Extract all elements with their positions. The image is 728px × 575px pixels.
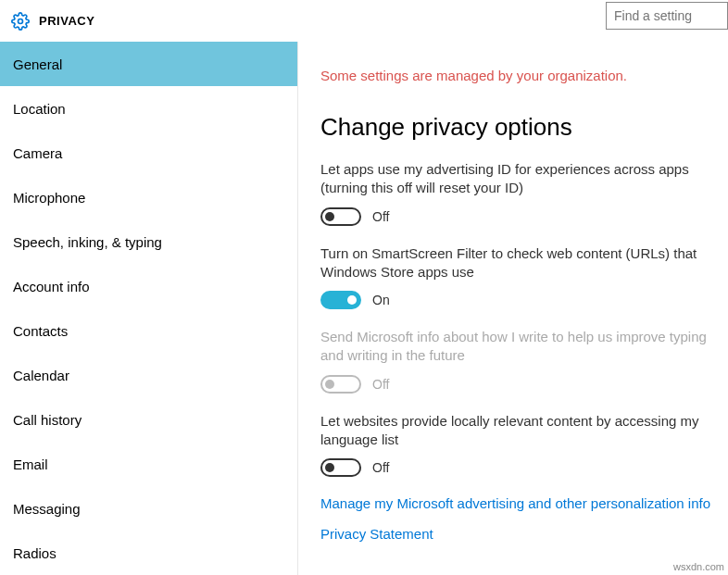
setting: Let websites provide locally relevant co… [320,412,715,478]
sidebar-item-label: Call history [13,412,82,428]
header: PRIVACY [0,0,728,42]
gear-icon [11,12,30,31]
org-notice: Some settings are managed by your organi… [320,68,715,83]
toggle-state: Off [372,460,389,475]
sidebar-item-radios[interactable]: Radios [0,531,297,575]
sidebar-item-calendar[interactable]: Calendar [0,353,297,397]
toggle-row: Off [320,458,715,477]
sidebar-item-account-info[interactable]: Account info [0,264,297,308]
toggle-row: Off [320,375,715,394]
sidebar-item-label: Email [13,456,48,472]
sidebar-item-label: Account info [13,279,90,294]
sidebar: GeneralLocationCameraMicrophoneSpeech, i… [0,42,298,575]
sidebar-item-label: Location [13,101,66,117]
sidebar-item-camera[interactable]: Camera [0,131,297,175]
content: Some settings are managed by your organi… [298,42,728,575]
section-heading: Change privacy options [320,113,715,142]
sidebar-item-label: Messaging [13,501,81,517]
setting: Let apps use my advertising ID for exper… [320,160,715,226]
sidebar-item-location[interactable]: Location [0,86,297,131]
search-input[interactable] [606,2,728,30]
sidebar-item-general[interactable]: General [0,42,297,86]
setting-label: Let websites provide locally relevant co… [320,412,715,450]
toggle-switch [320,375,361,394]
link[interactable]: Manage my Microsoft advertising and othe… [320,495,715,511]
link[interactable]: Privacy Statement [320,526,715,542]
toggle-knob [325,380,334,389]
toggle-knob [325,463,334,472]
sidebar-item-messaging[interactable]: Messaging [0,486,297,531]
toggle-knob [347,295,357,305]
sidebar-item-email[interactable]: Email [0,442,297,486]
sidebar-item-label: Speech, inking, & typing [13,234,162,250]
sidebar-item-label: Contacts [13,323,68,339]
sidebar-item-label: Camera [13,145,62,161]
toggle-row: On [320,291,715,309]
toggle-state: Off [372,377,389,392]
toggle-state: Off [372,209,389,224]
sidebar-item-speech-inking-typing[interactable]: Speech, inking, & typing [0,219,297,264]
toggle-switch[interactable] [320,458,361,477]
sidebar-item-label: Microphone [13,190,85,206]
svg-point-0 [19,19,23,23]
sidebar-item-label: Radios [13,545,56,561]
setting-label: Let apps use my advertising ID for exper… [320,160,715,198]
sidebar-item-microphone[interactable]: Microphone [0,175,297,219]
sidebar-item-label: General [13,56,62,72]
toggle-row: Off [320,207,715,226]
sidebar-item-contacts[interactable]: Contacts [0,308,297,353]
toggle-switch[interactable] [320,207,361,226]
setting: Turn on SmartScreen Filter to check web … [320,244,715,310]
sidebar-item-call-history[interactable]: Call history [0,397,297,442]
page-title: PRIVACY [39,14,94,28]
setting-label: Turn on SmartScreen Filter to check web … [320,244,715,282]
setting-label: Send Microsoft info about how I write to… [320,328,715,366]
toggle-switch[interactable] [320,291,361,309]
setting: Send Microsoft info about how I write to… [320,328,715,394]
toggle-state: On [372,293,390,307]
sidebar-item-label: Calendar [13,368,69,383]
watermark: wsxdn.com [673,561,724,572]
toggle-knob [325,212,334,221]
main: GeneralLocationCameraMicrophoneSpeech, i… [0,42,728,575]
